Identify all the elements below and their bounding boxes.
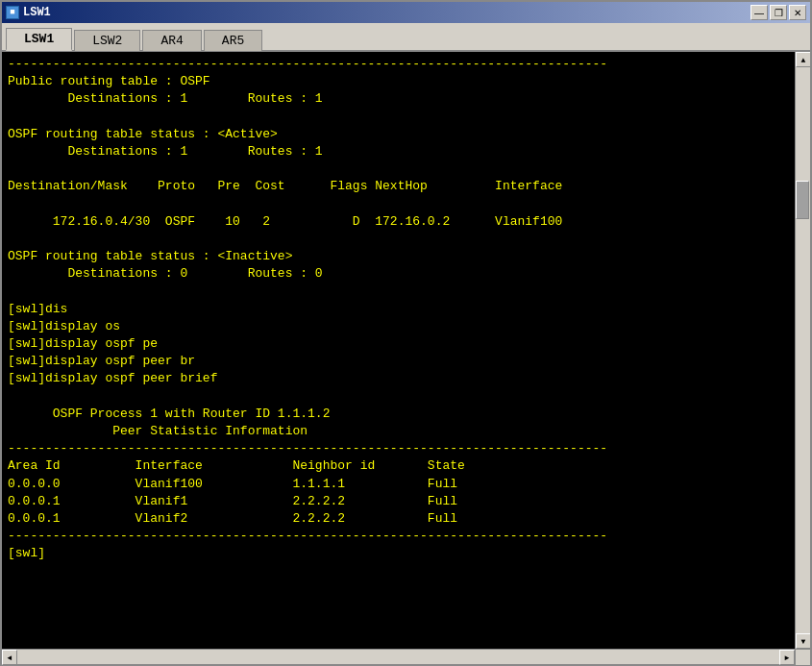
- vertical-scrollbar: ▲ ▼: [795, 52, 810, 649]
- scroll-down-button[interactable]: ▼: [796, 633, 810, 649]
- title-bar-controls: — ❒ ✕: [750, 5, 806, 20]
- scroll-up-button[interactable]: ▲: [796, 52, 810, 67]
- title-bar: ■ LSW1 — ❒ ✕: [2, 2, 810, 23]
- main-window: ■ LSW1 — ❒ ✕ LSW1 LSW2 AR4 AR5 ---------…: [0, 0, 812, 666]
- close-button[interactable]: ✕: [789, 5, 806, 20]
- scroll-left-button[interactable]: ◄: [2, 650, 17, 665]
- terminal-output[interactable]: ----------------------------------------…: [2, 52, 795, 649]
- scroll-corner: [795, 650, 810, 665]
- horizontal-scrollbar: ◄ ►: [2, 649, 810, 664]
- tab-lsw1[interactable]: LSW1: [6, 28, 72, 51]
- minimize-button[interactable]: —: [750, 5, 768, 20]
- window-icon: ■: [6, 6, 19, 19]
- restore-button[interactable]: ❒: [770, 5, 787, 20]
- scroll-thumb[interactable]: [796, 181, 809, 219]
- content-area: ----------------------------------------…: [2, 52, 810, 649]
- title-bar-left: ■ LSW1: [6, 6, 51, 19]
- tab-ar5[interactable]: AR5: [204, 30, 262, 51]
- h-scroll-track[interactable]: [17, 650, 779, 664]
- window-title: LSW1: [23, 6, 51, 19]
- tab-ar4[interactable]: AR4: [142, 30, 201, 51]
- scroll-right-button[interactable]: ►: [779, 650, 795, 665]
- scroll-track[interactable]: [796, 67, 810, 633]
- tab-lsw2[interactable]: LSW2: [74, 30, 140, 51]
- tab-bar: LSW1 LSW2 AR4 AR5: [2, 23, 810, 52]
